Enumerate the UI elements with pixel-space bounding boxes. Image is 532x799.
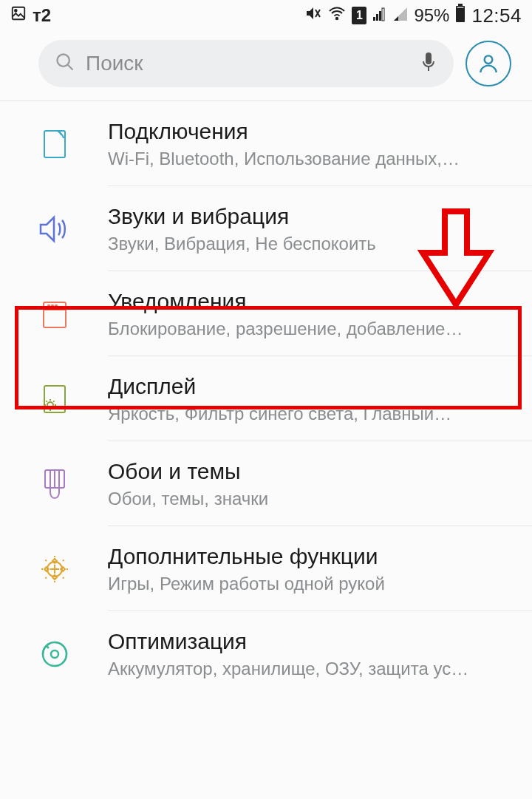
svg-point-16 [485,55,493,64]
row-sub: Блокирование, разрешение, добавление… [108,319,517,339]
advanced-icon [37,551,72,587]
row-sub: Обои, темы, значки [108,489,517,509]
sim-icon: 1 [352,7,366,24]
row-sub: Звуки, Вибрация, Не беспокоить [108,234,517,254]
battery-percent: 95% [414,5,449,26]
svg-line-31 [53,401,54,401]
search-input[interactable] [86,52,409,75]
row-optimization[interactable]: Оптимизация Аккумулятор, хранилище, ОЗУ,… [0,611,532,696]
svg-point-21 [52,305,53,307]
row-connections[interactable]: Подключения Wi-Fi, Bluetooth, Использова… [0,101,532,186]
svg-rect-11 [457,7,464,8]
svg-point-24 [47,402,53,408]
wallpaper-icon [37,466,72,502]
image-indicator-icon [10,5,27,26]
notifications-icon [37,296,72,332]
status-bar: т2 1 95% 12:54 [0,0,532,31]
svg-rect-7 [379,11,381,21]
row-sub: Wi-Fi, Bluetooth, Использование данных,… [108,149,517,169]
row-notifications[interactable]: Уведомления Блокирование, разрешение, до… [0,271,532,356]
svg-rect-0 [13,7,25,20]
svg-line-32 [46,408,47,409]
sounds-icon [37,211,72,247]
row-wallpaper[interactable]: Обои и темы Обои, темы, значки [0,441,532,526]
search-icon [55,52,75,75]
row-title: Подключения [108,119,517,144]
svg-rect-5 [373,17,375,21]
connections-icon [37,126,72,162]
settings-list: Подключения Wi-Fi, Bluetooth, Использова… [0,101,532,696]
svg-point-22 [55,305,57,307]
svg-point-41 [51,650,58,658]
row-title: Дополнительные функции [108,544,517,569]
row-sub: Аккумулятор, хранилище, ОЗУ, защита ус… [108,659,517,679]
row-sounds[interactable]: Звуки и вибрация Звуки, Вибрация, Не бес… [0,186,532,271]
row-title: Звуки и вибрация [108,204,517,229]
row-display[interactable]: Дисплей Яркость, Фильтр синего света, Гл… [0,356,532,441]
carrier-label: т2 [33,5,51,26]
svg-line-13 [68,65,73,70]
svg-rect-14 [426,52,432,64]
svg-line-30 [53,408,54,409]
svg-line-29 [46,401,47,401]
profile-button[interactable] [466,41,511,86]
row-sub: Яркость, Фильтр синего света, Главный… [108,404,517,424]
row-title: Дисплей [108,374,517,399]
svg-point-20 [48,305,50,307]
svg-rect-9 [458,4,463,6]
display-icon [37,381,72,417]
row-title: Оптимизация [108,629,517,654]
svg-rect-10 [456,6,465,22]
battery-icon [455,4,466,27]
signal2-icon [393,5,408,26]
optimization-icon [37,636,72,672]
mic-icon[interactable] [420,51,437,76]
row-advanced[interactable]: Дополнительные функции Игры, Режим работ… [0,526,532,611]
clock: 12:54 [471,4,522,27]
svg-rect-6 [376,14,378,21]
svg-point-12 [58,55,69,67]
wifi-icon [328,4,346,27]
search-box[interactable] [38,40,454,87]
row-title: Обои и темы [108,459,517,484]
svg-rect-8 [382,8,384,21]
mute-icon [304,4,322,27]
svg-point-1 [15,10,17,12]
signal1-icon [372,5,387,26]
search-row [0,31,532,101]
row-title: Уведомления [108,289,517,314]
row-sub: Игры, Режим работы одной рукой [108,574,517,594]
svg-point-4 [336,18,338,19]
